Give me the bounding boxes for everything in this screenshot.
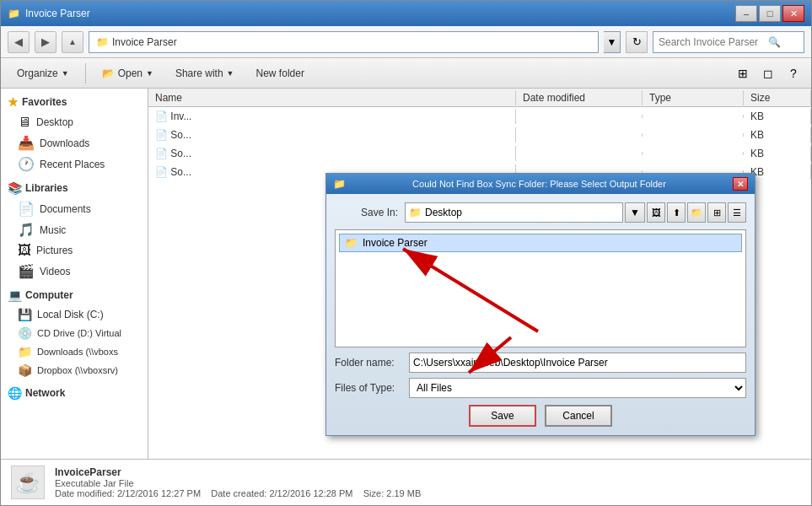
files-type-label: Files of Type: [335, 382, 402, 394]
forward-button[interactable]: ▶ [35, 31, 56, 53]
up-button[interactable]: ▲ [62, 31, 83, 53]
address-dropdown[interactable]: ▼ [604, 31, 621, 53]
save-in-btn-3[interactable]: 📁 [687, 202, 706, 223]
favorites-label: Favorites [22, 96, 67, 108]
sidebar-item-videos[interactable]: 🎬 Videos [1, 261, 148, 282]
computer-label: Computer [25, 289, 73, 301]
organize-button[interactable]: Organize ▼ [8, 62, 78, 85]
open-icon: 📂 [102, 67, 115, 79]
folder-view-item-invoice-parser[interactable]: 📁 Invoice Parser [339, 234, 742, 252]
sidebar-item-desktop[interactable]: 🖥 Desktop [1, 112, 148, 132]
open-chevron-icon: ▼ [146, 69, 153, 78]
maximize-button[interactable]: □ [759, 5, 781, 22]
dialog-title-bar: 📁 Could Not Find Box Sync Folder: Please… [326, 174, 755, 194]
libraries-label: Libraries [25, 182, 68, 194]
cd-drive-icon: 💿 [18, 326, 32, 340]
dropbox-label: Dropbox (\\vboxsrv) [37, 365, 118, 375]
files-type-row: Files of Type: All Files [335, 378, 746, 398]
pictures-label: Pictures [36, 245, 73, 256]
recent-icon: 🕐 [18, 156, 35, 172]
downloads-share-label: Downloads (\\vboxs [37, 347, 118, 357]
dropbox-icon: 📦 [18, 363, 32, 377]
libraries-header[interactable]: 📚 Libraries [1, 178, 148, 198]
downloads-icon: 📥 [18, 135, 35, 151]
save-in-value: Desktop [425, 207, 462, 218]
cd-drive-label: CD Drive (D:) Virtual [37, 328, 121, 338]
files-type-select[interactable]: All Files [409, 378, 746, 398]
folder-item-name: Invoice Parser [363, 237, 428, 249]
dialog-close-button[interactable]: ✕ [733, 177, 748, 191]
file-list: Name Date modified Type Size 📄 Inv... KB… [148, 89, 811, 459]
back-button[interactable]: ◀ [8, 31, 30, 53]
sidebar-item-music[interactable]: 🎵 Music [1, 219, 148, 240]
new-folder-button[interactable]: New folder [247, 62, 314, 85]
minimize-button[interactable]: – [735, 5, 757, 22]
share-button[interactable]: Share with ▼ [166, 62, 244, 85]
title-bar: 📁 Invoice Parser – □ ✕ [1, 1, 811, 26]
main-window: 📁 Invoice Parser – □ ✕ ◀ ▶ ▲ 📁 Invoice P… [0, 0, 812, 506]
title-bar-left: 📁 Invoice Parser [8, 8, 90, 19]
sidebar-item-downloads-share[interactable]: 📁 Downloads (\\vboxs [1, 342, 148, 361]
computer-header[interactable]: 💻 Computer [1, 285, 148, 305]
toolbar-separator-1 [85, 63, 86, 83]
save-in-input[interactable]: 📁 Desktop [405, 202, 623, 223]
favorites-section: ★ Favorites 🖥 Desktop 📥 Downloads 🕐 Rece… [1, 92, 148, 175]
status-dates: Date modified: 2/12/2016 12:27 PM Date c… [55, 488, 801, 498]
save-in-btn-4[interactable]: ⊞ [707, 202, 726, 223]
preview-button[interactable]: ◻ [757, 62, 779, 84]
save-button[interactable]: Save [469, 405, 536, 427]
network-label: Network [25, 387, 65, 399]
downloads-label: Downloads [40, 137, 89, 149]
sidebar: ★ Favorites 🖥 Desktop 📥 Downloads 🕐 Rece… [1, 89, 148, 459]
save-in-btn-1[interactable]: 🖼 [647, 202, 665, 223]
sidebar-item-pictures[interactable]: 🖼 Pictures [1, 240, 148, 261]
search-input[interactable] [659, 36, 768, 48]
address-bar: ◀ ▶ ▲ 📁 Invoice Parser ▼ ↻ 🔍 [1, 26, 811, 58]
sidebar-item-cd-drive[interactable]: 💿 CD Drive (D:) Virtual [1, 324, 148, 342]
title-bar-controls: – □ ✕ [735, 5, 804, 22]
toolbar: Organize ▼ 📂 Open ▼ Share with ▼ New fol… [1, 58, 811, 89]
folder-item-icon: 📁 [345, 237, 358, 249]
save-in-btn-2[interactable]: ⬆ [667, 202, 686, 223]
folder-name-input[interactable] [409, 353, 746, 373]
desktop-icon: 🖥 [18, 115, 31, 130]
save-in-btn-5[interactable]: ☰ [728, 202, 746, 223]
music-label: Music [40, 224, 66, 236]
save-in-group: 📁 Desktop ▼ 🖼 ⬆ 📁 ⊞ ☰ [405, 202, 746, 223]
favorites-header[interactable]: ★ Favorites [1, 92, 148, 112]
search-box: 🔍 [653, 31, 804, 53]
date-modified-value: 2/12/2016 12:27 PM [117, 488, 201, 498]
sidebar-item-recent[interactable]: 🕐 Recent Places [1, 153, 148, 175]
status-file-type: Executable Jar File [55, 478, 801, 488]
videos-icon: 🎬 [18, 263, 35, 279]
folder-name-label: Folder name: [335, 357, 402, 369]
save-in-dropdown[interactable]: ▼ [625, 202, 645, 223]
folder-view-area: 📁 Invoice Parser [335, 229, 746, 347]
sidebar-item-downloads[interactable]: 📥 Downloads [1, 132, 148, 153]
open-button[interactable]: 📂 Open ▼ [93, 62, 163, 85]
files-type-group: All Files [409, 378, 746, 398]
local-disk-label: Local Disk (C:) [37, 309, 104, 320]
sidebar-item-local-disk[interactable]: 💾 Local Disk (C:) [1, 305, 148, 324]
window-icon: 📁 [8, 8, 20, 19]
save-in-row: Save In: 📁 Desktop ▼ 🖼 ⬆ 📁 [335, 202, 746, 223]
refresh-button[interactable]: ↻ [626, 31, 648, 53]
dialog-title-text: Could Not Find Box Sync Folder: Please S… [412, 179, 666, 189]
sidebar-item-documents[interactable]: 📄 Documents [1, 198, 148, 219]
status-file-icon: ☕ [11, 466, 45, 499]
save-in-label: Save In: [335, 207, 398, 218]
sidebar-item-dropbox[interactable]: 📦 Dropbox (\\vboxsrv) [1, 361, 148, 380]
computer-section: 💻 Computer 💾 Local Disk (C:) 💿 CD Drive … [1, 285, 148, 380]
cancel-button[interactable]: Cancel [545, 405, 612, 427]
star-icon: ★ [8, 95, 19, 109]
desktop-label: Desktop [36, 116, 73, 128]
share-label: Share with [175, 67, 223, 79]
network-header[interactable]: 🌐 Network [1, 383, 148, 403]
close-button[interactable]: ✕ [782, 5, 804, 22]
address-path[interactable]: 📁 Invoice Parser [89, 31, 599, 53]
local-disk-icon: 💾 [18, 308, 32, 321]
help-button[interactable]: ? [782, 62, 804, 84]
recent-label: Recent Places [40, 159, 105, 170]
views-button[interactable]: ⊞ [732, 62, 754, 84]
status-bar: ☕ InvoiceParser Executable Jar File Date… [1, 459, 811, 505]
